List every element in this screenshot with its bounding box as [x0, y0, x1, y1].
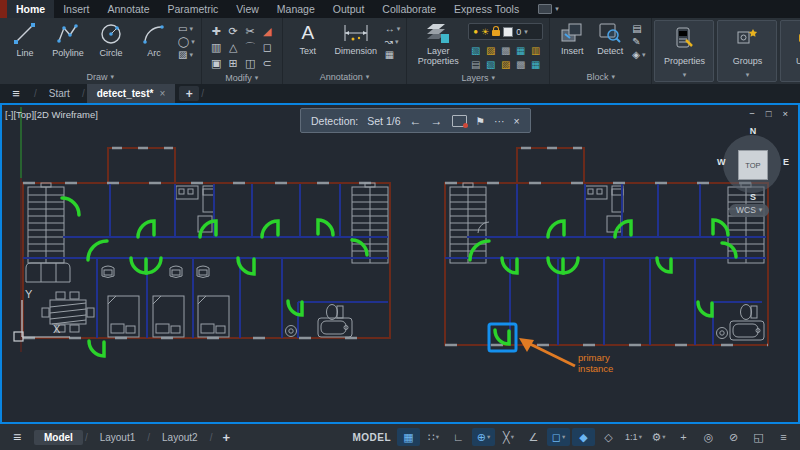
layer-tool-icon[interactable]: ▨ — [486, 45, 495, 56]
grid-toggle[interactable]: ▦ — [397, 428, 420, 446]
viewport-controls-label[interactable]: [-][Top][2D Wireframe] — [5, 109, 98, 120]
linear-dimension-tool[interactable]: ↔ ▾ — [385, 23, 401, 34]
attributes-tool[interactable]: ◈ ▾ — [632, 49, 645, 60]
edit-block-tool[interactable]: ✎ — [632, 36, 645, 47]
ribbon-tab-view[interactable]: View — [227, 0, 268, 18]
close-icon[interactable]: × — [782, 108, 788, 119]
menu-hamburger[interactable]: ≡ — [0, 84, 32, 103]
drawing-canvas[interactable]: .wall{stroke:#6b2a1b;stroke-width:2;fill… — [0, 103, 800, 424]
detect-block-tool[interactable]: Detect — [593, 21, 627, 56]
ribbon-tab-home[interactable]: Home — [7, 0, 54, 18]
polyline-tool[interactable]: Polyline — [49, 21, 87, 58]
copy-icon[interactable]: ▥ — [211, 41, 221, 54]
object-snap-tracking-toggle[interactable]: ∠ — [522, 428, 545, 446]
panel-properties[interactable]: Properties ▾ — [654, 20, 714, 82]
array-icon[interactable]: ◫ — [245, 57, 255, 70]
more-options-button[interactable]: ··· — [494, 115, 505, 127]
viewcube-west[interactable]: W — [717, 157, 726, 167]
model-tab[interactable]: Model — [34, 430, 83, 445]
panel-label-annotation[interactable]: Annotation ▾ — [283, 70, 407, 84]
layer-tool-icon[interactable]: ▧ — [471, 45, 480, 56]
viewcube-top-face[interactable]: TOP — [738, 150, 768, 180]
ortho-toggle[interactable]: ∟ — [447, 428, 470, 446]
close-icon[interactable]: × — [159, 88, 165, 99]
layout-menu-hamburger[interactable]: ≡ — [0, 429, 34, 445]
primary-instance-highlight[interactable] — [489, 324, 516, 351]
annotation-visibility-toggle[interactable]: ◆ — [572, 428, 595, 446]
panel-label-modify[interactable]: Modify ▾ — [202, 71, 282, 84]
annotation-monitor-toggle[interactable]: + — [672, 428, 695, 446]
layer-properties-tool[interactable]: Layer Properties — [413, 21, 463, 66]
arc-tool[interactable]: Arc — [135, 21, 173, 58]
autoscale-toggle[interactable]: ◇ — [597, 428, 620, 446]
ribbon-tab-annotate[interactable]: Annotate — [98, 0, 158, 18]
layer-tool-icon[interactable]: ▩ — [501, 45, 510, 56]
trim-icon[interactable]: ✂ — [246, 25, 255, 38]
object-snap-toggle[interactable]: ◻▾ — [547, 428, 570, 446]
table-tool[interactable]: ▦ — [385, 49, 401, 60]
flag-visibility-button[interactable]: ⚑ — [476, 115, 485, 127]
viewcube-east[interactable]: E — [783, 157, 789, 167]
customization-button[interactable]: ≡ — [772, 428, 795, 446]
file-tab-current[interactable]: detect_test* × — [87, 84, 176, 103]
fillet-icon[interactable]: ⌒ — [245, 40, 256, 55]
layout1-tab[interactable]: Layout1 — [90, 430, 146, 445]
ribbon-tab-manage[interactable]: Manage — [268, 0, 324, 18]
model-space-indicator[interactable]: MODEL — [352, 432, 391, 443]
viewcube-south[interactable]: S — [750, 192, 756, 202]
isolate-objects-button[interactable]: ◎ — [697, 428, 720, 446]
graphics-performance-toggle[interactable]: ⊘ — [722, 428, 745, 446]
layer-tool-icon[interactable]: ▩ — [516, 59, 525, 70]
panel-label-block[interactable]: Block ▾ — [550, 70, 651, 84]
stretch-icon[interactable]: ▣ — [211, 57, 221, 70]
restore-icon[interactable]: □ — [766, 108, 772, 119]
layer-tool-icon[interactable]: ▤ — [471, 59, 480, 70]
line-tool[interactable]: Line — [6, 21, 44, 58]
leader-tool[interactable]: ↝ ▾ — [385, 36, 401, 47]
layer-tool-icon[interactable]: ▧ — [486, 59, 495, 70]
insert-block-tool[interactable]: Insert — [556, 21, 588, 56]
create-block-tool[interactable]: ▤ — [632, 23, 645, 34]
rotate-icon[interactable]: ⟳ — [229, 25, 238, 38]
annotation-scale-selector[interactable]: 1:1▾ — [622, 428, 645, 446]
snap-toggle[interactable]: ∷▾ — [422, 428, 445, 446]
new-drawing-button[interactable]: + — [179, 86, 199, 101]
next-set-button[interactable]: → — [431, 114, 443, 128]
ellipse-tool[interactable]: ◯ ▾ — [178, 36, 195, 47]
ribbon-tab-parametric[interactable]: Parametric — [159, 0, 228, 18]
viewcube-north[interactable]: N — [750, 126, 757, 136]
ribbon-tab-insert[interactable]: Insert — [54, 0, 98, 18]
drawing-viewport[interactable]: .wall{stroke:#6b2a1b;stroke-width:2;fill… — [0, 103, 800, 424]
file-tab-start[interactable]: Start — [39, 84, 80, 103]
layout2-tab[interactable]: Layout2 — [152, 430, 208, 445]
panel-label-layers[interactable]: Layers ▾ — [407, 71, 549, 84]
circle-tool[interactable]: Circle — [92, 21, 130, 58]
dimension-tool[interactable]: Dimension — [332, 21, 380, 56]
erase-icon[interactable]: ◢ — [263, 25, 271, 38]
move-icon[interactable]: ✚ — [212, 25, 221, 38]
wcs-selector[interactable]: WCS ▾ — [729, 204, 769, 217]
layer-select[interactable]: ● ☀ 0 ▾ — [468, 23, 543, 40]
ribbon-tab-collaborate[interactable]: Collaborate — [373, 0, 445, 18]
convert-to-block-button[interactable] — [452, 115, 467, 127]
panel-utilities[interactable]: Utilities ▾ — [780, 20, 800, 82]
text-tool[interactable]: A Text — [289, 21, 327, 56]
layer-tool-icon[interactable]: ▥ — [531, 45, 540, 56]
explode-icon[interactable]: ⊂ — [263, 57, 272, 70]
mirror-icon[interactable]: △ — [229, 41, 237, 54]
workspace-switcher[interactable]: ⚙▾ — [647, 428, 670, 446]
ribbon-tab-output[interactable]: Output — [324, 0, 374, 18]
viewcube[interactable]: N W E S TOP WCS ▾ — [720, 126, 786, 218]
ribbon-display-toggle[interactable]: ▾ — [538, 0, 559, 18]
layer-tool-icon[interactable]: ▦ — [531, 59, 540, 70]
minimize-icon[interactable]: − — [749, 108, 755, 119]
polar-tracking-toggle[interactable]: ⊕▾ — [472, 428, 495, 446]
clean-screen-button[interactable]: ◱ — [747, 428, 770, 446]
close-detection-button[interactable]: × — [514, 115, 520, 127]
scale-icon[interactable]: ⊞ — [229, 57, 238, 70]
hatch-tool[interactable]: ▨ ▾ — [178, 49, 195, 60]
layer-tool-icon[interactable]: ▨ — [501, 59, 510, 70]
offset-icon[interactable]: ◻ — [263, 41, 272, 54]
ribbon-tab-express-tools[interactable]: Express Tools — [445, 0, 528, 18]
new-layout-button[interactable]: + — [214, 430, 238, 445]
